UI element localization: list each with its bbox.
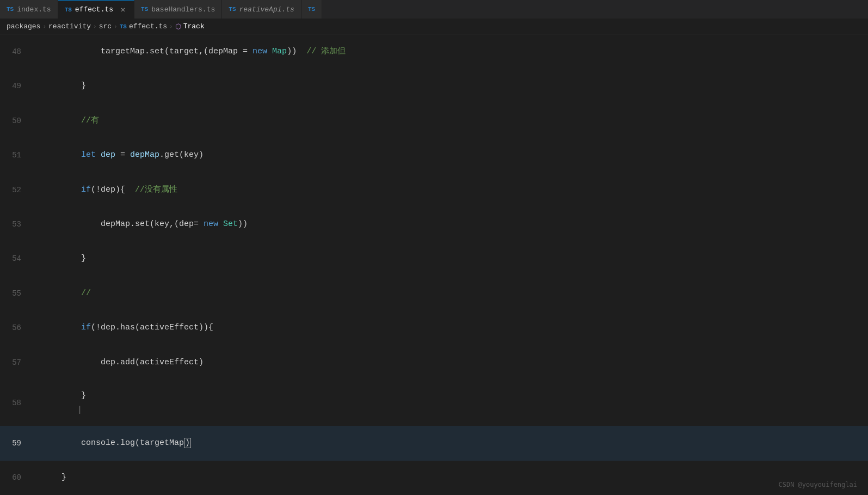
tab-reactiveapi-label: reativeApi.ts xyxy=(239,5,294,14)
tab-index-label: index.ts xyxy=(17,5,51,14)
ts-icon: TS xyxy=(65,7,72,13)
close-icon[interactable]: ✕ xyxy=(119,5,127,14)
breadcrumb-reactivity[interactable]: reactivity xyxy=(48,22,91,30)
line-number: 49 xyxy=(0,79,30,93)
tab-effect[interactable]: TS effect.ts ✕ xyxy=(58,0,134,19)
table-row: 55 // xyxy=(0,276,868,310)
table-row: 51 let dep = depMap.get(key) xyxy=(0,138,868,172)
ts-icon: TS xyxy=(229,6,236,13)
cube-icon: ⬡ xyxy=(175,22,181,31)
line-number: 60 xyxy=(0,470,30,485)
table-row: 56 if(!dep.has(activeEffect)){ xyxy=(0,311,868,345)
breadcrumb-sep1: › xyxy=(42,23,46,30)
table-row: 48 targetMap.set(target,(depMap = new Ma… xyxy=(0,34,868,69)
tab-index[interactable]: TS index.ts xyxy=(0,0,58,19)
watermark: CSDN @youyouifenglai xyxy=(779,481,858,488)
tab-basehandlers[interactable]: TS baseHandlers.ts xyxy=(134,0,222,19)
breadcrumb-sep2: › xyxy=(93,23,97,30)
ts-breadcrumb-icon: TS xyxy=(120,23,127,30)
table-row: 59 console.log(targetMap) xyxy=(0,426,868,460)
line-number: 52 xyxy=(0,183,30,197)
line-number: 59 xyxy=(0,436,30,450)
table-row: 50 //有 xyxy=(0,103,868,138)
breadcrumb-effect[interactable]: effect.ts xyxy=(129,22,167,30)
line-content[interactable]: } xyxy=(30,456,868,495)
line-number: 55 xyxy=(0,286,30,301)
table-row: 49 } xyxy=(0,69,868,103)
breadcrumb-src[interactable]: src xyxy=(99,22,112,30)
line-number: 56 xyxy=(0,321,30,335)
table-row: 58 } │ xyxy=(0,380,868,426)
table-row: 52 if(!dep){ //没有属性 xyxy=(0,173,868,207)
tab-bar: TS index.ts TS effect.ts ✕ TS baseHandle… xyxy=(0,0,868,19)
breadcrumb-sep4: › xyxy=(169,23,173,30)
tab-effect-label: effect.ts xyxy=(75,5,113,14)
ts-icon: TS xyxy=(308,6,315,13)
line-number: 54 xyxy=(0,252,30,266)
tab-reactiveapi[interactable]: TS reativeApi.ts xyxy=(222,0,301,19)
line-number: 51 xyxy=(0,148,30,162)
line-number: 58 xyxy=(0,396,30,410)
breadcrumb-packages[interactable]: packages xyxy=(7,22,40,30)
table-row: 53 depMap.set(key,(dep= new Set)) xyxy=(0,207,868,241)
breadcrumb: packages › reactivity › src › TS effect.… xyxy=(0,19,868,34)
line-number: 50 xyxy=(0,114,30,128)
line-number: 57 xyxy=(0,356,30,370)
code-editor: 48 targetMap.set(target,(depMap = new Ma… xyxy=(0,34,868,495)
ts-icon: TS xyxy=(7,6,14,13)
tab-basehandlers-label: baseHandlers.ts xyxy=(151,5,215,14)
breadcrumb-sep3: › xyxy=(114,23,118,30)
breadcrumb-track[interactable]: Track xyxy=(183,22,205,30)
ts-icon: TS xyxy=(141,6,148,13)
line-number: 48 xyxy=(0,45,30,59)
tab-extra[interactable]: TS xyxy=(301,0,322,19)
line-number: 53 xyxy=(0,217,30,231)
table-row: 60 } xyxy=(0,461,868,495)
table-row: 54 } xyxy=(0,242,868,276)
